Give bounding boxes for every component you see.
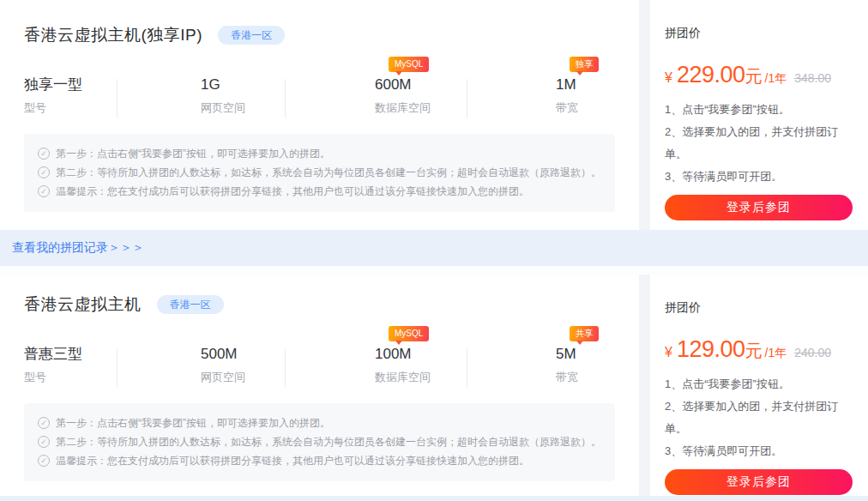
badge-slot	[24, 324, 118, 345]
region-badge: 香港一区	[218, 26, 285, 45]
spec-column-model: 普惠三型 型号	[0, 324, 118, 385]
original-price: 240.00	[794, 346, 831, 359]
step-line: 温馨提示：您在支付成功后可以获得拼团分享链接，其他用户也可以通过该分享链接快速加…	[38, 451, 601, 470]
pane-divider	[639, 275, 650, 496]
spec-label: 带宽	[556, 100, 639, 116]
price-line: ¥ 229.00 元 /1年 348.00	[665, 62, 853, 88]
records-strip: 查看我的拼团记录＞＞＞	[0, 230, 868, 266]
instruction-line: 3、等待满员即可开团。	[665, 166, 853, 188]
instruction-line: 3、等待满员即可开团。	[665, 440, 853, 462]
product-card: 香港云虚拟主机(独享IP) 香港一区 独享一型 型号 1G 网页空间 MySQL…	[0, 0, 868, 230]
badge-slot: 共享	[556, 324, 639, 345]
badge-slot	[201, 55, 286, 75]
step-line: 第二步：等待所加入拼团的人数达标，如达标，系统会自动为每位团员各创建一台实例；超…	[38, 163, 601, 182]
spec-row: 独享一型 型号 1G 网页空间 MySQL 600M 数据库空间 独享 1M 带…	[0, 55, 639, 116]
spec-label: 型号	[24, 100, 118, 116]
product-info-pane: 香港云虚拟主机 香港一区 普惠三型 型号 500M 网页空间 MySQL 100…	[0, 275, 639, 496]
spec-value: 5M	[556, 345, 639, 364]
spec-value: 独享一型	[24, 75, 118, 94]
group-buy-panel: 拼团价 ¥ 229.00 元 /1年 348.00 1、点击“我要参团”按钮。 …	[650, 0, 868, 230]
product-title: 香港云虚拟主机	[24, 293, 142, 316]
original-price: 348.00	[794, 71, 831, 85]
price-currency: ¥	[665, 70, 672, 86]
spec-row: 普惠三型 型号 500M 网页空间 MySQL 100M 数据库空间 共享 5M…	[0, 324, 639, 385]
spec-value: 1M	[556, 75, 639, 94]
steps-box: 第一步：点击右侧“我要参团”按钮，即可选择要加入的拼团。 第二步：等待所加入拼团…	[24, 403, 615, 481]
price-period: /1年	[765, 71, 787, 87]
product-card: 香港云虚拟主机 香港一区 普惠三型 型号 500M 网页空间 MySQL 100…	[0, 275, 868, 496]
card-header: 香港云虚拟主机 香港一区	[24, 293, 639, 316]
check-circle-icon	[38, 436, 50, 448]
step-text: 第一步：点击右侧“我要参团”按钮，即可选择要加入的拼团。	[56, 413, 330, 432]
price-label: 拼团价	[665, 26, 853, 41]
instruction-line: 2、选择要加入的团，并支付拼团订单。	[665, 121, 853, 166]
badge-slot: MySQL	[375, 55, 467, 75]
spec-column-model: 独享一型 型号	[0, 55, 118, 116]
price-unit: 元	[745, 65, 763, 88]
spec-label: 网页空间	[201, 100, 286, 116]
badge-slot	[201, 324, 286, 345]
section-spacer	[0, 266, 868, 275]
price-label: 拼团价	[665, 300, 853, 316]
price-line: ¥ 129.00 元 /1年 240.00	[665, 336, 853, 363]
badge-slot	[24, 55, 118, 75]
spec-value: 普惠三型	[24, 345, 118, 364]
badge-slot: MySQL	[375, 324, 467, 345]
price-amount: 129.00	[677, 336, 745, 363]
bandwidth-type-badge: 共享	[570, 326, 599, 341]
join-group-button[interactable]: 登录后参团	[665, 195, 853, 220]
product-info-pane: 香港云虚拟主机(独享IP) 香港一区 独享一型 型号 1G 网页空间 MySQL…	[0, 0, 639, 230]
step-line: 温馨提示：您在支付成功后可以获得拼团分享链接，其他用户也可以通过该分享链接快速加…	[38, 182, 601, 201]
instruction-line: 2、选择要加入的团，并支付拼团订单。	[665, 395, 853, 440]
spec-label: 数据库空间	[375, 370, 467, 385]
spec-column-webspace: 500M 网页空间	[118, 324, 286, 385]
region-badge: 香港一区	[157, 295, 224, 314]
step-line: 第二步：等待所加入拼团的人数达标，如达标，系统会自动为每位团员各创建一台实例；超…	[38, 432, 601, 451]
spec-column-database: MySQL 600M 数据库空间	[286, 55, 467, 116]
steps-box: 第一步：点击右侧“我要参团”按钮，即可选择要加入的拼团。 第二步：等待所加入拼团…	[24, 134, 615, 212]
join-group-button[interactable]: 登录后参团	[665, 469, 853, 495]
step-text: 第二步：等待所加入拼团的人数达标，如达标，系统会自动为每位团员各创建一台实例；超…	[56, 163, 601, 182]
bottom-strip	[0, 496, 868, 501]
view-group-records-link[interactable]: 查看我的拼团记录＞＞＞	[12, 240, 144, 256]
spec-value: 500M	[201, 345, 286, 364]
check-circle-icon	[38, 455, 50, 467]
price-currency: ¥	[665, 345, 672, 360]
spec-column-database: MySQL 100M 数据库空间	[286, 324, 467, 385]
spec-column-bandwidth: 独享 1M 带宽	[467, 55, 639, 116]
step-text: 第二步：等待所加入拼团的人数达标，如达标，系统会自动为每位团员各创建一台实例；超…	[56, 432, 601, 451]
pane-divider	[639, 0, 650, 230]
step-line: 第一步：点击右侧“我要参团”按钮，即可选择要加入的拼团。	[38, 413, 601, 432]
spec-value: 100M	[375, 345, 467, 364]
step-text: 温馨提示：您在支付成功后可以获得拼团分享链接，其他用户也可以通过该分享链接快速加…	[56, 451, 529, 470]
spec-column-webspace: 1G 网页空间	[118, 55, 286, 116]
price-unit: 元	[745, 340, 763, 363]
product-title: 香港云虚拟主机(独享IP)	[24, 24, 202, 46]
instruction-line: 1、点击“我要参团”按钮。	[665, 373, 853, 395]
badge-slot: 独享	[556, 55, 639, 75]
mysql-badge: MySQL	[389, 326, 429, 341]
spec-label: 型号	[24, 370, 118, 385]
price-amount: 229.00	[677, 62, 745, 88]
spec-value: 1G	[201, 75, 286, 94]
spec-label: 带宽	[556, 370, 639, 385]
spec-column-bandwidth: 共享 5M 带宽	[467, 324, 639, 385]
check-circle-icon	[38, 417, 50, 429]
check-circle-icon	[38, 148, 50, 160]
bandwidth-type-badge: 独享	[570, 57, 599, 72]
price-period: /1年	[765, 346, 787, 361]
step-line: 第一步：点击右侧“我要参团”按钮，即可选择要加入的拼团。	[38, 144, 601, 163]
step-text: 温馨提示：您在支付成功后可以获得拼团分享链接，其他用户也可以通过该分享链接快速加…	[56, 182, 529, 201]
step-text: 第一步：点击右侧“我要参团”按钮，即可选择要加入的拼团。	[56, 144, 330, 163]
check-circle-icon	[38, 185, 50, 197]
group-buy-panel: 拼团价 ¥ 129.00 元 /1年 240.00 1、点击“我要参团”按钮。 …	[650, 275, 868, 496]
spec-label: 网页空间	[201, 370, 286, 385]
spec-value: 600M	[375, 75, 467, 94]
instruction-list: 1、点击“我要参团”按钮。 2、选择要加入的团，并支付拼团订单。 3、等待满员即…	[665, 373, 853, 462]
instruction-line: 1、点击“我要参团”按钮。	[665, 99, 853, 121]
card-header: 香港云虚拟主机(独享IP) 香港一区	[24, 24, 639, 46]
mysql-badge: MySQL	[389, 57, 429, 72]
check-circle-icon	[38, 166, 50, 178]
group-buy-page: 香港云虚拟主机(独享IP) 香港一区 独享一型 型号 1G 网页空间 MySQL…	[0, 0, 868, 501]
spec-label: 数据库空间	[375, 100, 467, 116]
